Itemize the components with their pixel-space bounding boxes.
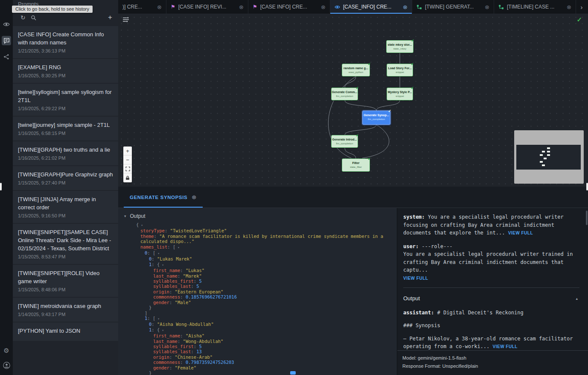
flow-node-generate-common[interactable]: ✓ Generate Comm... llm_completion bbox=[331, 88, 358, 100]
view-full-link[interactable]: VIEW FULL bbox=[403, 276, 428, 281]
workflow-icon[interactable] bbox=[2, 52, 11, 62]
json-line: first_name: "Lukas" bbox=[118, 268, 397, 273]
refresh-icon[interactable]: ↻ bbox=[20, 14, 26, 21]
flow-node-state-mkey[interactable]: ✓ state mkey stor... state_mkey bbox=[386, 40, 413, 53]
close-icon[interactable]: ⊗ bbox=[239, 4, 244, 10]
output-section-header[interactable]: Output ▴ bbox=[403, 288, 579, 309]
response-format-line: Response Format: Unspecified/plain bbox=[402, 362, 583, 370]
list-item[interactable]: [TWINE] metroidvania case graph 1/14/202… bbox=[13, 298, 118, 322]
prompt-title: [TWINE][GRAPH} two truths and a lie bbox=[18, 146, 113, 154]
prompts-icon[interactable] bbox=[2, 36, 11, 45]
node-subtitle: exec_python bbox=[342, 71, 370, 74]
prompt-title: [TWINE] [JINJA] Array merge in correct o… bbox=[18, 195, 113, 211]
prompt-title: [twine][syllogism] sample syllogism for … bbox=[18, 88, 113, 104]
search-icon[interactable] bbox=[31, 15, 36, 21]
check-icon: ✓ bbox=[367, 157, 371, 161]
scrollbar-thumb[interactable] bbox=[586, 211, 588, 225]
list-item[interactable]: [PYTHON] Yaml to JSON bbox=[13, 322, 118, 341]
list-item[interactable]: [TWINE][GRAPH]Pure Graphviz graph 1/15/2… bbox=[13, 166, 118, 190]
json-line: commonness: 0.18576966276721016 bbox=[118, 294, 397, 299]
output-json-panel[interactable]: ▾ Output { ▾storyType: "TwistedLoveTrian… bbox=[118, 208, 397, 375]
check-icon: ✓ bbox=[411, 38, 414, 43]
node-title: Mystery Style P... bbox=[387, 91, 413, 94]
list-item[interactable]: [TWINE] [JINJA] Array merge in correct o… bbox=[13, 191, 118, 223]
list-item[interactable]: [TWINE][SNIPPET][SAMPLE CASE] Online Thr… bbox=[13, 224, 118, 264]
account-icon[interactable] bbox=[2, 360, 11, 370]
flow-node-filter[interactable]: ✓ Filter state_filter bbox=[342, 158, 370, 172]
node-subtitle: llm_completion bbox=[363, 118, 390, 121]
node-title: Generate Introd... bbox=[332, 138, 358, 141]
tab-case-info-active[interactable]: [CASE_INFO] CRE... ⊗ bbox=[330, 0, 412, 14]
gear-icon[interactable]: ⚙ bbox=[2, 346, 11, 355]
flow-node-generate-synopsis[interactable]: ✓ Generate Synop... llm_completion bbox=[362, 111, 390, 125]
close-icon[interactable]: ⊗ bbox=[403, 4, 408, 10]
output-collapse-header[interactable]: ▾ Output bbox=[118, 211, 397, 222]
tab-case-info-create[interactable]: ⚑ [CASE INFO] CRE... ⊗ bbox=[248, 0, 330, 14]
panel-resize-handle-left[interactable] bbox=[0, 183, 2, 190]
zoom-out-button[interactable]: − bbox=[123, 155, 132, 164]
json-line: 0: [ ▾ bbox=[118, 250, 397, 256]
assistant-message-heading: assistant: # Digital Deceit's Reckoning bbox=[403, 309, 579, 317]
prompt-title: [TWINE][SNIPPET][ROLE] Video game writer bbox=[18, 269, 113, 285]
json-line: last_name: "Marek" bbox=[118, 273, 397, 278]
minimap[interactable] bbox=[514, 130, 584, 184]
tab-label: [CASE_INFO] CRE... bbox=[343, 4, 400, 10]
tab-generate-synopsis[interactable]: GENERATE SYNOPSIS ⊗ bbox=[124, 187, 203, 208]
close-icon[interactable]: ⊗ bbox=[321, 4, 326, 10]
tab-timeline-case[interactable]: [TIMELINE] CASE ... ⊗ bbox=[494, 0, 576, 14]
close-icon[interactable]: ⊗ bbox=[192, 194, 197, 200]
editor-tabbar: )] CRE... ⊗ ⚑ [CASE INFO] REVI... ⊗ ⚑ [C… bbox=[118, 0, 588, 14]
check-icon: ✓ bbox=[355, 133, 359, 138]
inspector-body: ▾ Output { ▾storyType: "TwistedLoveTrian… bbox=[118, 208, 588, 375]
list-item[interactable]: [TWINE][SNIPPET][ROLE] Video game writer… bbox=[13, 265, 118, 297]
rail-bottom: ⚙ bbox=[2, 346, 11, 375]
prompt-title: [TWINE][GRAPH]Pure Graphviz graph bbox=[18, 170, 113, 179]
close-icon[interactable]: ⊗ bbox=[157, 4, 162, 10]
panel-resize-handle-right[interactable] bbox=[586, 183, 588, 190]
add-prompt-button[interactable]: + bbox=[108, 13, 112, 22]
list-item[interactable]: [CASE INFO] Create Common Info with rand… bbox=[13, 26, 118, 58]
list-item[interactable]: [twine][syllogism] sample syllogism for … bbox=[13, 84, 118, 116]
tab-twine-generate[interactable]: [TWINE] GENERAT... ⊗ bbox=[412, 0, 494, 14]
flow-node-mystery-style[interactable]: ✓ Mystery Style P... snippet bbox=[387, 88, 413, 100]
tab-scroll-right-button[interactable]: › bbox=[576, 0, 587, 14]
prompt-list: [CASE INFO] Create Common Info with rand… bbox=[13, 26, 118, 375]
flag-icon: ⚑ bbox=[253, 4, 257, 10]
output-header-label: Output bbox=[130, 213, 146, 219]
fit-view-button[interactable] bbox=[123, 164, 132, 173]
prompt-timestamp: 1/21/2025, 3:36:13 PM bbox=[18, 48, 113, 54]
messages-scroll[interactable]: system: You are a specialist legal proce… bbox=[397, 208, 588, 350]
node-subtitle: state_mkey bbox=[387, 47, 413, 50]
node-subtitle: snippet bbox=[387, 95, 413, 98]
json-line: 1: { ▾ bbox=[118, 327, 397, 333]
zoom-in-button[interactable]: + bbox=[123, 146, 132, 155]
prompt-title: [twine][journey] simple sample - 2T1L bbox=[18, 121, 113, 129]
flow-node-random-name[interactable]: ✓ random name g... exec_python bbox=[342, 64, 370, 76]
prompt-title: [PYTHON] Yaml to JSON bbox=[18, 327, 113, 335]
json-line: gender: "Female" bbox=[118, 365, 397, 370]
prompt-timestamp: 1/16/2025, 6:21:02 PM bbox=[18, 155, 113, 161]
json-line: 0: "Aisha Wong-Abdullah" bbox=[118, 322, 397, 327]
list-item[interactable]: [TWINE][GRAPH} two truths and a lie 1/16… bbox=[13, 141, 118, 165]
close-icon[interactable]: ⊗ bbox=[567, 4, 571, 10]
json-line: last_name: "Wong-Abdullah" bbox=[118, 339, 397, 344]
lock-icon[interactable] bbox=[123, 173, 132, 182]
panel-resize-handle-bottom[interactable] bbox=[290, 371, 296, 375]
tab-cre-partial[interactable]: )] CRE... ⊗ bbox=[118, 0, 166, 14]
flow-node-generate-intro[interactable]: ✓ Generate Introd... llm_completion bbox=[331, 135, 358, 148]
json-lines: { ▾storyType: "TwistedLoveTriangle"theme… bbox=[118, 222, 397, 375]
flow-node-load-story[interactable]: ✓ Load Story For... snippet bbox=[387, 64, 413, 76]
list-item[interactable]: [EXAMPLE] RNG 1/16/2025, 8:30:25 PM bbox=[13, 59, 118, 83]
main-column: )] CRE... ⊗ ⚑ [CASE INFO] REVI... ⊗ ⚑ [C… bbox=[118, 0, 588, 375]
eye-icon bbox=[335, 4, 340, 10]
list-item[interactable]: [twine][journey] simple sample - 2T1L 1/… bbox=[13, 117, 118, 141]
tab-case-info-review[interactable]: ⚑ [CASE INFO] REVI... ⊗ bbox=[166, 0, 248, 14]
eye-icon[interactable] bbox=[2, 20, 11, 29]
close-icon[interactable]: ⊗ bbox=[485, 4, 489, 10]
view-full-link[interactable]: VIEW FULL bbox=[508, 231, 533, 235]
view-full-link[interactable]: VIEW FULL bbox=[493, 344, 518, 349]
user-label: user: bbox=[403, 243, 419, 249]
chevron-up-icon[interactable]: ▴ bbox=[576, 295, 578, 303]
flow-canvas[interactable]: ✓ state mkey stor... state_mkey ✓ random… bbox=[118, 14, 588, 187]
auto-layout-icon[interactable] bbox=[122, 17, 129, 24]
